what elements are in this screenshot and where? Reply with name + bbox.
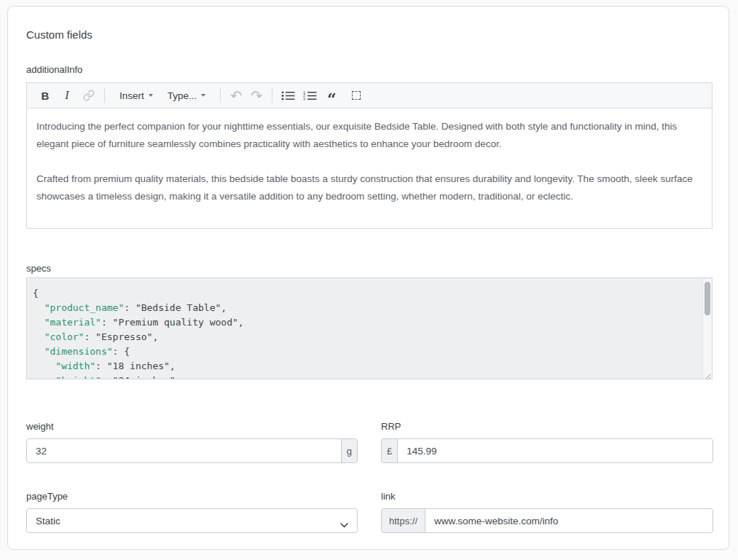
toolbar-divider: [220, 88, 221, 103]
editor-content[interactable]: Introducing the perfect companion for yo…: [27, 109, 712, 229]
resize-handle-icon[interactable]: [703, 370, 711, 378]
weight-label: weight: [26, 421, 358, 432]
custom-fields-panel: Custom fields additionalInfo B I Insert: [7, 6, 729, 550]
currency-addon: £: [381, 438, 398, 463]
dashed-box-icon: [352, 91, 361, 100]
link-button[interactable]: [81, 86, 97, 105]
numbered-list-icon: 123: [303, 90, 317, 101]
bullet-list-icon: [281, 90, 295, 101]
toolbar-divider: [272, 88, 272, 103]
specs-textarea[interactable]: { "product_name": "Bedside Table", "mate…: [26, 277, 713, 379]
editor-paragraph: Crafted from premium quality materials, …: [36, 170, 702, 205]
bullet-list-button[interactable]: [280, 86, 296, 105]
rrp-input-group: £: [381, 438, 713, 463]
rrp-input[interactable]: [397, 438, 713, 463]
rich-text-editor: B I Insert Type... ↶ ↷: [26, 82, 713, 229]
editor-paragraph: Introducing the perfect companion for yo…: [36, 118, 702, 153]
page-type-select[interactable]: Static: [26, 508, 358, 533]
svg-text:3: 3: [303, 97, 305, 101]
caret-down-icon: [201, 94, 205, 97]
editor-toolbar: B I Insert Type... ↶ ↷: [27, 83, 712, 109]
type-dropdown-label: Type...: [168, 90, 197, 101]
specs-code: { "product_name": "Bedside Table", "mate…: [27, 278, 712, 379]
weight-input-group: g: [26, 438, 358, 463]
link-input-group: https://: [381, 508, 713, 533]
page-type-label: pageType: [26, 491, 358, 502]
weight-unit-addon: g: [341, 438, 358, 463]
additional-info-label: additionalInfo: [26, 64, 82, 75]
caret-down-icon: [149, 94, 153, 97]
insert-dropdown[interactable]: Insert: [115, 86, 157, 105]
redo-icon[interactable]: ↷: [248, 86, 264, 105]
rrp-label: RRP: [381, 421, 713, 432]
specs-scrollbar[interactable]: [702, 278, 712, 379]
protocol-addon: https://: [381, 508, 425, 533]
link-icon: [83, 90, 95, 101]
blockquote-icon[interactable]: “: [323, 86, 339, 105]
type-dropdown[interactable]: Type...: [163, 86, 211, 105]
link-input[interactable]: [425, 508, 713, 533]
scrollbar-thumb[interactable]: [704, 282, 710, 315]
weight-input[interactable]: [26, 438, 342, 463]
page-title: Custom fields: [26, 28, 93, 41]
link-label: link: [381, 491, 713, 502]
bold-button[interactable]: B: [37, 86, 53, 105]
italic-button[interactable]: I: [59, 86, 75, 105]
numbered-list-button[interactable]: 123: [302, 86, 318, 105]
insert-dropdown-label: Insert: [119, 90, 144, 101]
toolbar-divider: [104, 88, 105, 103]
dashed-box-button[interactable]: [348, 86, 364, 105]
specs-label: specs: [26, 263, 51, 274]
undo-icon[interactable]: ↶: [228, 86, 244, 105]
